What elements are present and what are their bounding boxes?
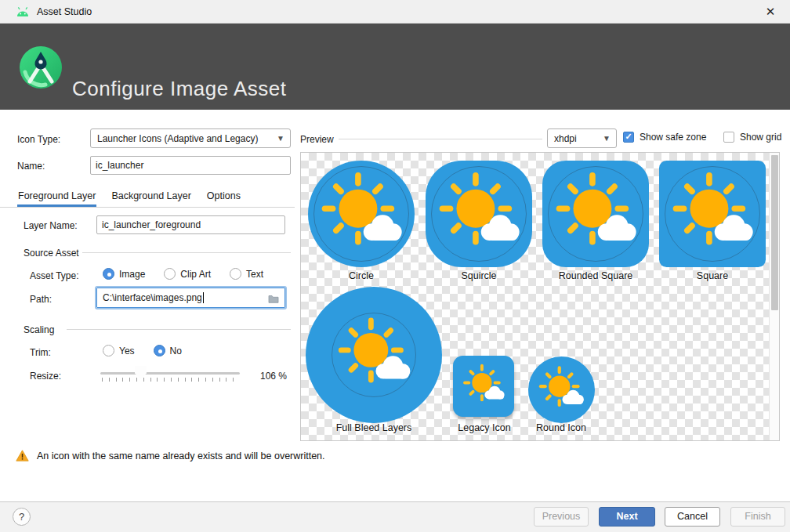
radio-clip-art-label: Clip Art bbox=[180, 269, 211, 280]
density-value: xhdpi bbox=[554, 133, 577, 144]
radio-image[interactable] bbox=[103, 268, 114, 280]
show-grid-option: Show grid bbox=[723, 132, 781, 143]
radio-text[interactable] bbox=[230, 268, 241, 280]
tile-label: Rounded Square bbox=[542, 270, 649, 281]
cancel-button[interactable]: Cancel bbox=[665, 507, 720, 527]
resize-value: 106 % bbox=[260, 371, 287, 382]
help-button[interactable]: ? bbox=[13, 508, 31, 526]
preview-tile-square bbox=[659, 161, 766, 267]
chevron-down-icon: ▼ bbox=[603, 134, 611, 143]
tile-label: Round Icon bbox=[508, 422, 614, 433]
show-grid-label: Show grid bbox=[740, 132, 781, 143]
preview-canvas: Circle Squircle Rounded Square Square Fu… bbox=[300, 152, 780, 441]
name-input[interactable] bbox=[90, 156, 291, 175]
safe-zone-ring bbox=[431, 166, 527, 262]
section-divider bbox=[67, 329, 291, 330]
window-title: Asset Studio bbox=[37, 6, 92, 17]
folder-browse-icon[interactable] bbox=[268, 294, 279, 303]
safe-zone-ring bbox=[332, 313, 416, 397]
safe-zone-ring bbox=[548, 166, 643, 262]
trim-radio-group: Yes No bbox=[103, 345, 182, 356]
show-safe-zone-option: Show safe zone bbox=[623, 132, 706, 143]
button-bar: ? Previous Next Cancel Finish bbox=[0, 501, 790, 532]
page-title: Configure Image Asset bbox=[72, 77, 287, 101]
asset-type-radio-group: Image Clip Art Text bbox=[103, 268, 263, 280]
preview-tile-circle bbox=[308, 161, 415, 267]
show-safe-zone-label: Show safe zone bbox=[640, 132, 706, 143]
text-caret bbox=[203, 292, 204, 303]
safe-zone-ring bbox=[313, 166, 409, 262]
icon-type-select[interactable]: Launcher Icons (Adaptive and Legacy) ▼ bbox=[90, 128, 291, 148]
radio-text-label: Text bbox=[246, 269, 263, 280]
scaling-section-label: Scaling bbox=[24, 324, 54, 335]
next-button[interactable]: Next bbox=[599, 507, 655, 527]
radio-trim-yes[interactable] bbox=[103, 345, 114, 356]
finish-button[interactable]: Finish bbox=[730, 507, 785, 527]
name-label: Name: bbox=[17, 161, 45, 172]
preview-tile-full-bleed bbox=[306, 287, 442, 423]
path-input[interactable]: C:\interface\images.png bbox=[96, 288, 285, 308]
close-icon[interactable]: ✕ bbox=[760, 3, 781, 20]
warning-text: An icon with the same name already exist… bbox=[37, 451, 325, 461]
density-select[interactable]: xhdpi ▼ bbox=[547, 128, 617, 148]
layer-name-input[interactable] bbox=[96, 215, 285, 234]
tab-options[interactable]: Options bbox=[206, 186, 241, 207]
tile-label: Square bbox=[659, 270, 766, 281]
resize-slider[interactable] bbox=[100, 365, 240, 382]
tile-label: Circle bbox=[308, 270, 415, 281]
path-label: Path: bbox=[30, 294, 52, 305]
android-icon bbox=[16, 6, 30, 18]
tab-foreground-layer[interactable]: Foreground Layer bbox=[17, 186, 96, 207]
section-divider bbox=[82, 252, 291, 253]
safe-zone-ring bbox=[665, 166, 760, 262]
radio-image-label: Image bbox=[119, 269, 145, 280]
section-divider bbox=[339, 139, 542, 139]
tile-label: Full Bleed Layers bbox=[306, 422, 442, 433]
radio-clip-art[interactable] bbox=[164, 268, 176, 280]
preview-tile-squircle bbox=[426, 161, 532, 267]
radio-trim-no[interactable] bbox=[154, 345, 165, 356]
warning-row: An icon with the same name already exist… bbox=[16, 450, 325, 461]
asset-type-label: Asset Type: bbox=[30, 270, 78, 281]
warning-icon bbox=[16, 450, 29, 461]
tile-label: Squircle bbox=[426, 270, 532, 281]
icon-type-label: Icon Type: bbox=[17, 134, 60, 145]
slider-ticks bbox=[102, 378, 240, 382]
android-studio-logo-icon bbox=[20, 46, 62, 89]
preview-scrollbar[interactable] bbox=[769, 153, 779, 440]
tab-background-layer[interactable]: Background Layer bbox=[111, 186, 191, 207]
path-value: C:\interface\images.png bbox=[103, 292, 202, 303]
dialog-header: Configure Image Asset bbox=[0, 24, 790, 110]
icon-type-value: Launcher Icons (Adaptive and Legacy) bbox=[97, 133, 258, 144]
show-grid-checkbox[interactable] bbox=[723, 132, 734, 143]
layer-tabs: Foreground Layer Background Layer Option… bbox=[0, 186, 295, 208]
resize-label: Resize: bbox=[30, 371, 61, 382]
preview-section-label: Preview bbox=[300, 134, 334, 145]
previous-button[interactable]: Previous bbox=[534, 507, 589, 527]
preview-tile-rounded-square bbox=[542, 161, 649, 267]
source-asset-section-label: Source Asset bbox=[24, 248, 79, 259]
chevron-down-icon: ▼ bbox=[277, 134, 284, 143]
radio-trim-no-label: No bbox=[170, 346, 182, 356]
radio-trim-yes-label: Yes bbox=[119, 346, 135, 356]
show-safe-zone-checkbox[interactable] bbox=[623, 132, 634, 143]
trim-label: Trim: bbox=[30, 347, 51, 358]
scrollbar-thumb[interactable] bbox=[771, 155, 778, 310]
preview-tile-round bbox=[528, 356, 595, 423]
slider-track[interactable] bbox=[100, 372, 240, 375]
layer-name-label: Layer Name: bbox=[24, 220, 78, 231]
title-bar: Asset Studio ✕ bbox=[0, 0, 790, 24]
preview-tile-legacy bbox=[453, 356, 514, 417]
